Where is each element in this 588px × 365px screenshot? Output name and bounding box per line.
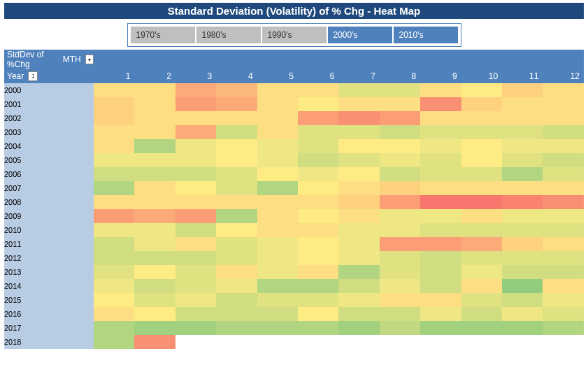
heat-cell [175, 139, 216, 153]
table-row: 2016 [4, 307, 584, 321]
heat-cell [338, 125, 379, 139]
year-label-2011: 2011 [4, 237, 94, 251]
slicer-1980s[interactable]: 1980's [196, 27, 261, 43]
heat-cell [380, 139, 420, 153]
heat-cell [543, 167, 584, 181]
heat-cell [420, 279, 461, 293]
heat-cell [94, 181, 134, 195]
month-filter-dropdown[interactable]: ▾ [85, 55, 94, 64]
heat-cell [420, 167, 461, 181]
heat-cell [502, 181, 543, 195]
heat-cell [175, 279, 216, 293]
heat-cell [502, 251, 543, 265]
heat-cell [257, 181, 298, 195]
heat-cell [257, 167, 298, 181]
heat-cell [134, 335, 175, 349]
heat-cell [338, 321, 379, 335]
heat-cell [420, 251, 461, 265]
year-filter-dropdown[interactable]: ↧ [28, 71, 38, 81]
month-header-10: 10 [461, 69, 502, 83]
heat-cell [420, 97, 461, 111]
heat-cell [461, 321, 502, 335]
heat-cell [543, 321, 584, 335]
heat-cell [94, 125, 134, 139]
slicer-1970s[interactable]: 1970's [131, 27, 195, 43]
table-row: 2014 [4, 279, 584, 293]
heat-cell [338, 153, 379, 167]
slicer-2000s[interactable]: 2000's [328, 27, 392, 43]
heat-cell [420, 335, 461, 349]
heat-cell [216, 97, 257, 111]
heat-cell [543, 279, 584, 293]
heat-cell [175, 111, 216, 125]
heat-cell [380, 279, 420, 293]
heat-cell [134, 181, 175, 195]
header-blank [298, 50, 338, 69]
heat-cell [461, 307, 502, 321]
heat-cell [461, 237, 502, 251]
heat-cell [502, 209, 543, 223]
heat-cell [461, 209, 502, 223]
year-label-2005: 2005 [4, 153, 94, 167]
table-row: 2003 [4, 125, 584, 139]
heat-cell [461, 223, 502, 237]
heat-cell [298, 321, 338, 335]
year-label-2017: 2017 [4, 321, 94, 335]
heat-cell [134, 167, 175, 181]
heat-cell [543, 153, 584, 167]
heat-cell [502, 321, 543, 335]
heat-cell [175, 293, 216, 307]
heat-cell [94, 293, 134, 307]
heat-cell [380, 237, 420, 251]
heat-cell [134, 125, 175, 139]
heat-cell [298, 83, 338, 97]
slicer-1990s[interactable]: 1990's [262, 27, 327, 43]
header-blank [216, 50, 257, 69]
heat-cell [420, 307, 461, 321]
heat-cell [134, 237, 175, 251]
heat-cell [543, 335, 584, 349]
month-header-8: 8 [380, 69, 420, 83]
heat-cell [175, 195, 216, 209]
heat-cell [338, 111, 379, 125]
heat-cell [216, 265, 257, 279]
heat-cell [338, 139, 379, 153]
heat-cell [257, 139, 298, 153]
year-label-2008: 2008 [4, 195, 94, 209]
heat-cell [134, 307, 175, 321]
heat-cell [420, 265, 461, 279]
heat-cell [257, 265, 298, 279]
heat-cell [175, 167, 216, 181]
heat-cell [380, 209, 420, 223]
table-row: 2005 [4, 153, 584, 167]
heat-cell [216, 251, 257, 265]
year-label-2015: 2015 [4, 293, 94, 307]
heat-cell [380, 321, 420, 335]
heat-cell [257, 335, 298, 349]
heat-cell [461, 83, 502, 97]
heat-cell [94, 111, 134, 125]
heat-cell [175, 125, 216, 139]
heat-cell [461, 279, 502, 293]
heat-cell [420, 111, 461, 125]
heat-cell [175, 181, 216, 195]
heat-cell [338, 97, 379, 111]
decade-slicers: 1970's1980's1990's2000's2010's [127, 23, 461, 47]
heat-cell [502, 83, 543, 97]
heat-cell [380, 307, 420, 321]
heat-cell [298, 111, 338, 125]
heat-cell [298, 293, 338, 307]
heat-cell [94, 223, 134, 237]
heat-cell [543, 223, 584, 237]
heat-cell [502, 307, 543, 321]
heat-cell [298, 153, 338, 167]
table-row: 2001 [4, 97, 584, 111]
heat-cell [298, 279, 338, 293]
heat-cell [257, 279, 298, 293]
heat-cell [380, 251, 420, 265]
month-header-7: 7 [338, 69, 379, 83]
header-blank [543, 50, 584, 69]
heat-cell [502, 279, 543, 293]
heat-cell [338, 237, 379, 251]
slicer-2010s[interactable]: 2010's [394, 27, 458, 43]
